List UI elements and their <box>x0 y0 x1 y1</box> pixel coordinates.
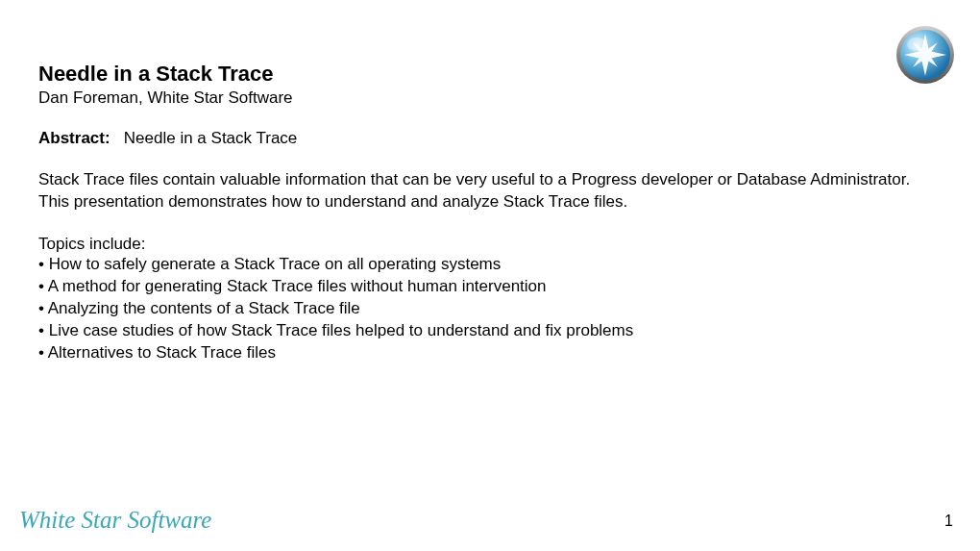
presentation-title: Needle in a Stack Trace <box>38 62 942 87</box>
topics-heading: Topics include: <box>38 235 942 254</box>
description-text: Stack Trace files contain valuable infor… <box>38 169 942 213</box>
author-line: Dan Foreman, White Star Software <box>38 88 942 108</box>
topics-list: • How to safely generate a Stack Trace o… <box>38 254 942 364</box>
page-number: 1 <box>944 513 953 530</box>
topic-item: • How to safely generate a Stack Trace o… <box>38 254 942 276</box>
abstract-label: Abstract: <box>38 129 110 147</box>
footer-company-logo: White Star Software <box>19 507 211 534</box>
slide-content: Needle in a Stack Trace Dan Foreman, Whi… <box>0 0 980 364</box>
topic-item: • Alternatives to Stack Trace files <box>38 342 942 364</box>
topic-item: • Analyzing the contents of a Stack Trac… <box>38 298 942 320</box>
topic-item: • A method for generating Stack Trace fi… <box>38 276 942 298</box>
topic-item: • Live case studies of how Stack Trace f… <box>38 320 942 342</box>
svg-point-4 <box>907 38 926 51</box>
abstract-value <box>114 129 123 147</box>
company-logo-icon <box>895 25 955 85</box>
abstract-line: Abstract: Needle in a Stack Trace <box>38 129 942 148</box>
abstract-text: Needle in a Stack Trace <box>124 129 297 147</box>
